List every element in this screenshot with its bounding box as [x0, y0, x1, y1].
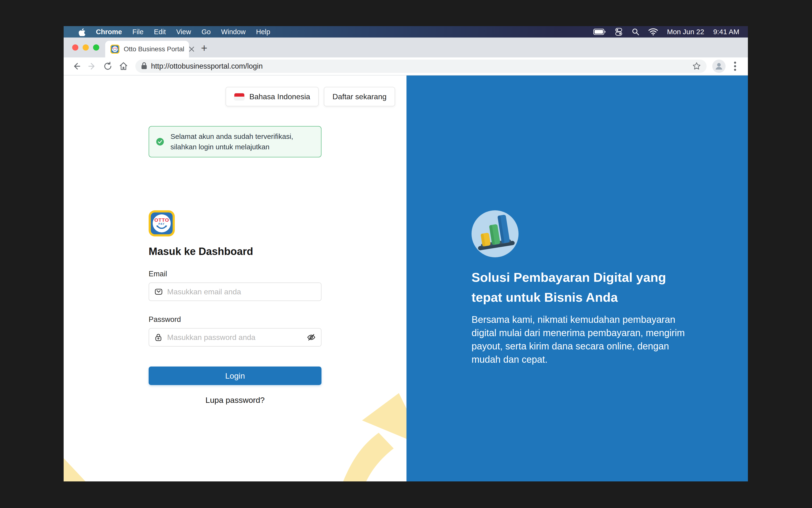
macos-menubar: Chrome File Edit View Go Window Help Mon…	[63, 26, 748, 38]
wifi-icon[interactable]	[648, 28, 658, 35]
hero-body: Bersama kami, nikmati kemudahan pembayar…	[472, 313, 690, 366]
macos-screen: Chrome File Edit View Go Window Help Mon…	[63, 26, 748, 481]
login-button[interactable]: Login	[148, 367, 322, 385]
profile-avatar-icon[interactable]	[712, 59, 726, 73]
menubar-item-chrome[interactable]: Chrome	[96, 28, 122, 36]
register-button[interactable]: Daftar sekarang	[324, 87, 395, 107]
minimize-window-button[interactable]	[83, 44, 89, 50]
lock-icon	[154, 333, 162, 342]
battery-icon[interactable]	[593, 29, 606, 35]
address-bar[interactable]: http://ottobusinessportal.com/login	[135, 59, 707, 73]
register-button-label: Daftar sekarang	[332, 92, 387, 101]
browser-menu-icon[interactable]	[729, 60, 741, 72]
password-input[interactable]	[148, 328, 322, 347]
new-tab-button[interactable]: +	[198, 42, 210, 54]
email-icon	[154, 288, 163, 296]
zoom-window-button[interactable]	[93, 44, 99, 50]
language-selector-button[interactable]: Bahasa Indonesia	[225, 87, 318, 107]
menubar-item-file[interactable]: File	[132, 28, 144, 36]
login-panel: Bahasa Indonesia Daftar sekarang Selamat…	[63, 76, 407, 481]
bar-chart-illustration	[472, 210, 518, 257]
login-page: Bahasa Indonesia Daftar sekarang Selamat…	[63, 76, 748, 481]
close-window-button[interactable]	[72, 44, 78, 50]
menubar-item-help[interactable]: Help	[256, 28, 270, 36]
control-center-icon[interactable]	[615, 28, 623, 36]
ottopay-logo: OTTO PAY	[148, 210, 175, 237]
browser-tab[interactable]: OTTO Otto Business Portal	[105, 41, 189, 57]
page-title: Masuk ke Dashboard	[148, 246, 253, 257]
logo-word-pay: PAY	[159, 222, 165, 225]
browser-tabstrip: OTTO Otto Business Portal +	[63, 38, 748, 57]
spotlight-search-icon[interactable]	[632, 28, 639, 36]
menubar-date[interactable]: Mon Jun 22	[667, 28, 704, 36]
reload-button[interactable]	[101, 60, 114, 72]
apple-menu-icon[interactable]	[78, 28, 85, 36]
logo-word-otto: OTTO	[154, 217, 169, 222]
success-alert-text: Selamat akun anda sudah terverifikasi, s…	[170, 131, 312, 152]
tab-close-icon[interactable]	[188, 46, 195, 52]
password-label: Password	[148, 315, 181, 324]
forgot-password-link[interactable]: Lupa password?	[148, 395, 322, 405]
bookmark-star-icon[interactable]	[690, 60, 703, 72]
browser-toolbar: http://ottobusinessportal.com/login	[63, 57, 748, 76]
yellow-corner-decoration	[63, 458, 85, 481]
forward-button[interactable]	[86, 60, 98, 72]
yellow-arrow-decoration	[330, 387, 407, 481]
logo-smile-icon	[156, 225, 168, 229]
back-button[interactable]	[70, 60, 83, 72]
url-text[interactable]: http://ottobusinessportal.com/login	[151, 62, 687, 71]
indonesia-flag-icon	[234, 93, 245, 100]
email-input[interactable]	[148, 283, 322, 301]
menubar-item-view[interactable]: View	[176, 28, 191, 36]
hero-panel: Solusi Pembayaran Digital yang tepat unt…	[407, 76, 748, 481]
menubar-item-edit[interactable]: Edit	[154, 28, 166, 36]
menubar-item-go[interactable]: Go	[202, 28, 211, 36]
window-controls	[72, 44, 99, 50]
home-button[interactable]	[117, 60, 130, 72]
toggle-password-visibility-icon[interactable]	[307, 333, 316, 341]
email-label: Email	[148, 270, 167, 278]
site-security-lock-icon[interactable]	[141, 62, 147, 71]
ottopay-favicon: OTTO	[111, 45, 119, 54]
language-selector-label: Bahasa Indonesia	[249, 92, 310, 101]
check-circle-icon	[156, 138, 164, 145]
success-alert: Selamat akun anda sudah terverifikasi, s…	[148, 126, 322, 157]
menubar-item-window[interactable]: Window	[221, 28, 246, 36]
hero-title: Solusi Pembayaran Digital yang tepat unt…	[472, 267, 697, 307]
menubar-clock[interactable]: 9:41 AM	[713, 28, 739, 36]
tab-title: Otto Business Portal	[124, 45, 184, 53]
